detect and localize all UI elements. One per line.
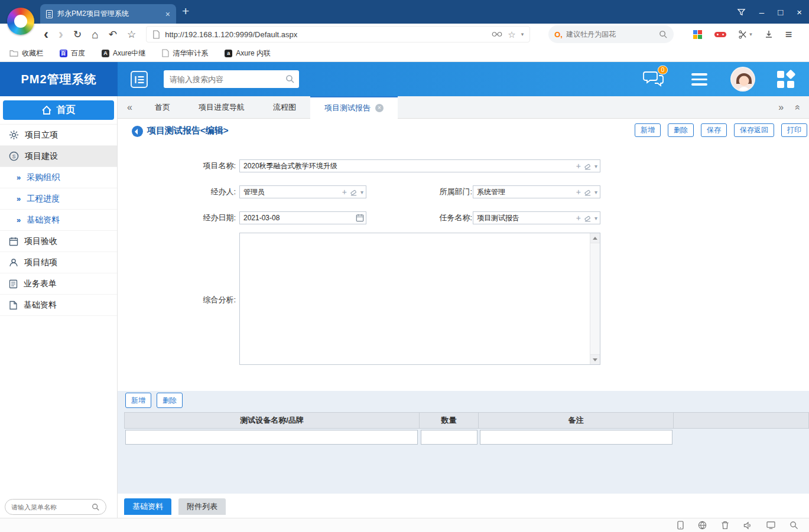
device-name-cell-input[interactable] <box>125 430 418 445</box>
axure-icon: A <box>102 50 109 57</box>
detail-add-button[interactable]: 新增 <box>125 393 151 408</box>
clear-eraser-icon[interactable] <box>584 188 592 196</box>
browser-tab[interactable]: 邦永PM2项目管理系统 × <box>40 4 176 24</box>
browser-logo-icon[interactable] <box>7 8 34 35</box>
add-lookup-icon[interactable]: + <box>576 214 581 222</box>
menu-search-input[interactable] <box>11 504 88 511</box>
analysis-textarea[interactable] <box>239 233 600 365</box>
search-icon[interactable] <box>92 503 100 511</box>
add-button[interactable]: 新增 <box>635 123 661 137</box>
back-icon[interactable]: ‹ <box>44 27 48 41</box>
bookmark-axure-intranet[interactable]: a Axure 内联 <box>225 48 271 58</box>
save-return-button[interactable]: 保存返回 <box>734 123 774 137</box>
dropdown-icon[interactable]: ▾ <box>594 189 597 195</box>
search-icon[interactable] <box>285 74 295 84</box>
clear-eraser-icon[interactable] <box>350 188 358 196</box>
bookmark-axure-relay[interactable]: A Axure中继 <box>102 48 145 58</box>
sidebar-item-project-construction[interactable]: S 项目建设 <box>0 146 117 167</box>
url-box[interactable]: http://192.168.1.120:9999/Default.aspx ☆… <box>146 26 530 43</box>
app-search-input[interactable] <box>164 70 299 88</box>
user-avatar[interactable] <box>730 67 755 92</box>
sidebar-item-basic-data-sub[interactable]: » 基础资料 <box>0 210 117 231</box>
quantity-cell-input[interactable] <box>421 430 477 445</box>
tab-close-icon[interactable]: × <box>375 104 384 112</box>
browser-toolbar: ▾ ≡ <box>693 28 792 41</box>
window-icon[interactable] <box>766 521 775 529</box>
delete-button[interactable]: 删除 <box>668 123 694 137</box>
app-grid-icon[interactable] <box>777 71 795 89</box>
home-icon[interactable]: ⌂ <box>92 29 98 40</box>
save-button[interactable]: 保存 <box>701 123 727 137</box>
sidebar-home-button[interactable]: 首页 <box>3 100 114 120</box>
sidebar-item-engineering-progress[interactable]: » 工程进度 <box>0 188 117 210</box>
tab-close-icon[interactable]: × <box>165 10 170 18</box>
calendar-picker-icon[interactable] <box>356 214 364 222</box>
sidebar-item-project-acceptance[interactable]: 项目验收 <box>0 231 117 252</box>
games-icon[interactable] <box>714 30 727 39</box>
phone-icon[interactable] <box>677 521 684 530</box>
date-input[interactable] <box>239 211 366 224</box>
tabs-expand-right-icon[interactable]: » <box>778 102 784 113</box>
add-lookup-icon[interactable]: + <box>576 162 581 170</box>
print-button[interactable]: 打印 <box>781 123 807 137</box>
detail-delete-button[interactable]: 删除 <box>157 393 183 408</box>
remarks-cell-input[interactable] <box>480 430 672 445</box>
undo-icon[interactable]: ↶ <box>109 30 117 40</box>
zoom-search-icon[interactable] <box>789 521 798 530</box>
browser-menu-icon[interactable]: ≡ <box>785 28 792 41</box>
tabs-collapse-up-icon[interactable]: « <box>793 105 804 110</box>
bookmark-page-icon[interactable]: ☆ <box>508 30 515 39</box>
apps-grid-icon[interactable] <box>693 30 702 39</box>
favorite-icon[interactable]: ☆ <box>127 30 136 40</box>
forward-icon[interactable]: › <box>59 27 63 41</box>
trash-icon[interactable] <box>721 521 729 530</box>
reader-mode-icon[interactable] <box>492 31 502 37</box>
dropdown-icon[interactable]: ▾ <box>594 215 597 221</box>
new-tab-button[interactable]: + <box>182 4 189 18</box>
tab-attachment-list[interactable]: 附件列表 <box>178 498 226 515</box>
sidebar-item-project-closing[interactable]: 项目结项 <box>0 252 117 273</box>
screenshot-scissors-icon[interactable]: ▾ <box>739 30 752 39</box>
add-lookup-icon[interactable]: + <box>342 188 347 196</box>
tabs-collapse-left-icon[interactable]: « <box>127 102 132 113</box>
globe-icon[interactable] <box>698 521 707 530</box>
content-tab-test-report[interactable]: 项目测试报告 × <box>310 96 398 119</box>
url-dropdown-icon[interactable]: ▾ <box>521 31 524 37</box>
add-lookup-icon[interactable]: + <box>576 188 581 196</box>
speaker-icon[interactable] <box>743 521 752 530</box>
folder-icon <box>9 50 18 57</box>
bookmark-favorites-folder[interactable]: 收藏栏 <box>9 48 43 58</box>
sidebar-item-project-initiation[interactable]: 项目立项 <box>0 125 117 146</box>
app-menu-icon[interactable] <box>691 73 707 86</box>
project-name-input[interactable] <box>239 159 600 172</box>
dropdown-icon[interactable]: ▾ <box>360 189 363 195</box>
maximize-button[interactable]: □ <box>778 8 783 17</box>
tab-basic-data[interactable]: 基础资料 <box>124 498 171 515</box>
content-tab-flowchart[interactable]: 流程图 <box>259 96 310 119</box>
clear-eraser-icon[interactable] <box>584 214 592 222</box>
download-icon[interactable] <box>764 30 774 39</box>
page-back-button[interactable] <box>132 126 143 137</box>
scrollbar[interactable] <box>590 233 600 364</box>
bookmark-tsinghua-audit[interactable]: 清华审计系 <box>162 48 208 58</box>
close-window-button[interactable]: × <box>797 8 802 17</box>
sidebar-toggle-button[interactable] <box>131 71 148 88</box>
sidebar-item-business-forms[interactable]: 业务表单 <box>0 273 117 295</box>
minimize-button[interactable]: – <box>759 8 764 17</box>
sidebar-home-label: 首页 <box>57 104 76 116</box>
bookmark-baidu[interactable]: 百 百度 <box>60 48 85 58</box>
sidebar-item-label: 项目立项 <box>25 130 58 141</box>
dropdown-icon[interactable]: ▾ <box>594 163 597 169</box>
scroll-up-icon[interactable] <box>590 233 600 243</box>
sidebar-item-procurement[interactable]: » 采购组织 <box>0 167 117 188</box>
clear-eraser-icon[interactable] <box>584 162 592 170</box>
browser-search-box[interactable]: O, 建议牡丹为国花 <box>548 25 674 43</box>
content-tab-progress-nav[interactable]: 项目进度导航 <box>184 96 259 119</box>
scissors-dropdown-icon[interactable]: ▾ <box>749 31 752 37</box>
filter-icon[interactable] <box>737 8 746 17</box>
sidebar-item-basic-data[interactable]: 基础资料 <box>0 295 117 316</box>
scroll-down-icon[interactable] <box>590 354 600 364</box>
refresh-icon[interactable]: ↻ <box>73 30 82 40</box>
content-tab-home[interactable]: 首页 <box>141 96 184 119</box>
search-icon[interactable] <box>659 30 668 39</box>
